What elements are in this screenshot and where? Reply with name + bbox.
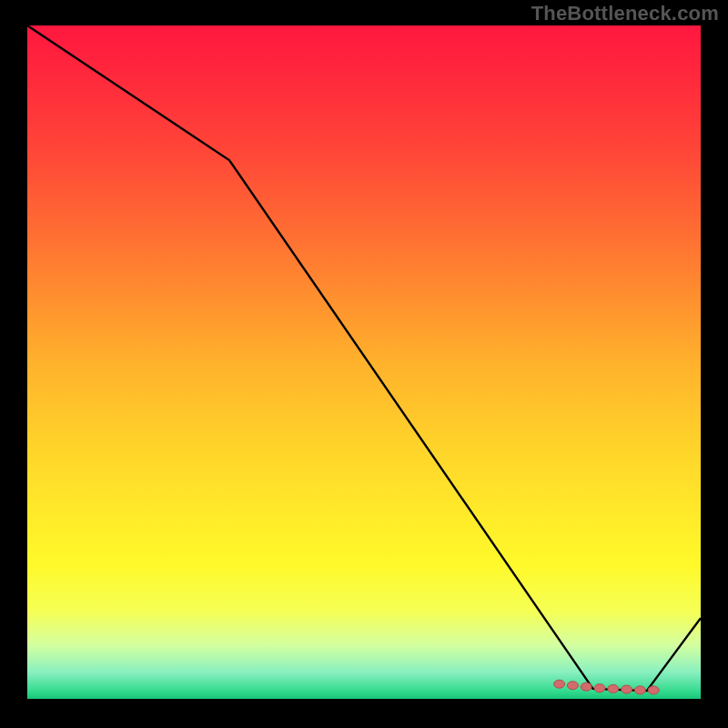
optimum-marker <box>634 686 645 694</box>
optimum-marker <box>622 685 632 693</box>
optimum-marker <box>567 682 578 690</box>
optimum-marker <box>648 686 659 694</box>
optimum-marker <box>554 680 565 688</box>
watermark-text: TheBottleneck.com <box>531 2 719 25</box>
optimum-marker <box>581 682 592 691</box>
optimum-markers <box>554 680 660 694</box>
optimum-marker <box>608 684 619 693</box>
chart-frame: TheBottleneck.com <box>0 0 728 728</box>
bottleneck-curve <box>27 25 701 691</box>
chart-overlay <box>27 25 701 699</box>
optimum-marker <box>594 684 605 693</box>
